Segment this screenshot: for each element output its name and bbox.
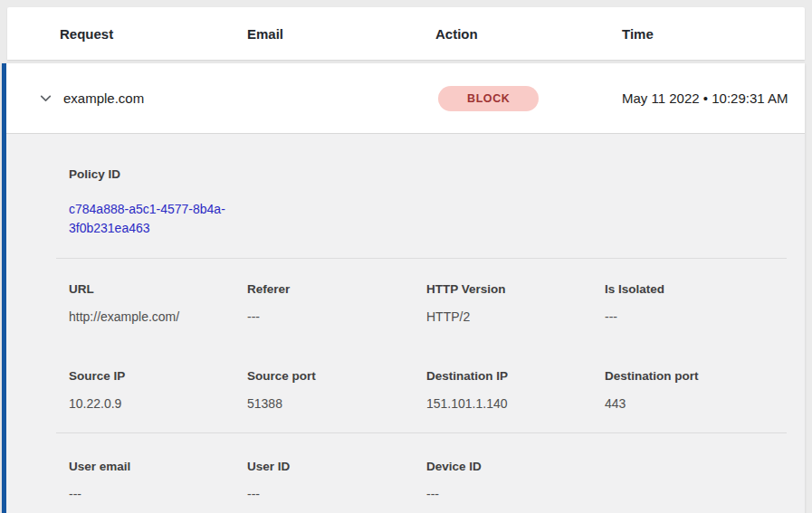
column-header-action: Action [435,26,622,42]
field-value: 443 [605,396,787,412]
field-user-id: User ID --- [247,460,426,502]
log-row[interactable]: example.com BLOCK May 11 2022 • 10:29:31… [6,63,805,134]
field-is-isolated: Is Isolated --- [605,282,787,325]
field-value: --- [605,309,787,325]
field-source-ip: Source IP 10.22.0.9 [69,369,247,412]
field-label: URL [69,282,247,297]
field-label: HTTP Version [426,282,605,297]
status-badge-block: BLOCK [438,86,539,111]
timestamp: May 11 2022 • 10:29:31 AM [617,88,805,109]
field-label: Source port [247,369,426,384]
action-cell: BLOCK [431,86,617,111]
log-table-header: Request Email Action Time [7,7,805,60]
policy-id-label: Policy ID [69,167,787,182]
network-details-row: Source IP 10.22.0.9 Source port 51388 De… [56,369,787,412]
field-value: --- [247,309,426,325]
field-value: HTTP/2 [426,309,605,325]
column-header-request: Request [60,26,247,42]
field-value: --- [247,487,426,502]
field-http-version: HTTP Version HTTP/2 [426,282,605,325]
chevron-down-icon[interactable] [38,90,53,106]
request-domain: example.com [63,90,244,106]
policy-id-link[interactable]: c784a888-a5c1-4577-8b4a-3f0b231ea463 [69,200,250,238]
field-source-port: Source port 51388 [247,369,426,412]
policy-id-section: Policy ID c784a888-a5c1-4577-8b4a-3f0b23… [56,167,787,238]
field-destination-ip: Destination IP 151.101.1.140 [426,369,605,412]
http-details-row: URL http://example.com/ Referer --- HTTP… [56,282,787,325]
field-label: User email [69,460,247,474]
field-value: --- [69,487,247,502]
field-url: URL http://example.com/ [69,282,247,325]
field-value: 151.101.1.140 [426,396,605,412]
field-label: Device ID [426,460,605,474]
field-label: Destination port [605,369,787,384]
field-empty [605,460,787,502]
field-label: Source IP [69,369,247,384]
field-label: Is Isolated [605,282,787,297]
user-details-row: User email --- User ID --- Device ID --- [56,460,787,502]
field-label: User ID [247,460,426,474]
field-value: 10.22.0.9 [69,396,247,412]
log-detail-panel: Policy ID c784a888-a5c1-4577-8b4a-3f0b23… [6,134,805,513]
column-header-email: Email [247,26,435,42]
divider [56,432,787,433]
expanded-log-entry: example.com BLOCK May 11 2022 • 10:29:31… [2,63,805,513]
field-label: Destination IP [426,369,605,384]
field-device-id: Device ID --- [426,460,605,502]
divider [56,258,787,259]
field-value: --- [426,487,605,502]
field-referer: Referer --- [247,282,426,325]
column-header-time: Time [622,26,805,42]
field-value: http://example.com/ [69,309,247,325]
field-destination-port: Destination port 443 [605,369,787,412]
field-label: Referer [247,282,426,297]
field-value: 51388 [247,396,426,412]
field-user-email: User email --- [69,460,247,502]
